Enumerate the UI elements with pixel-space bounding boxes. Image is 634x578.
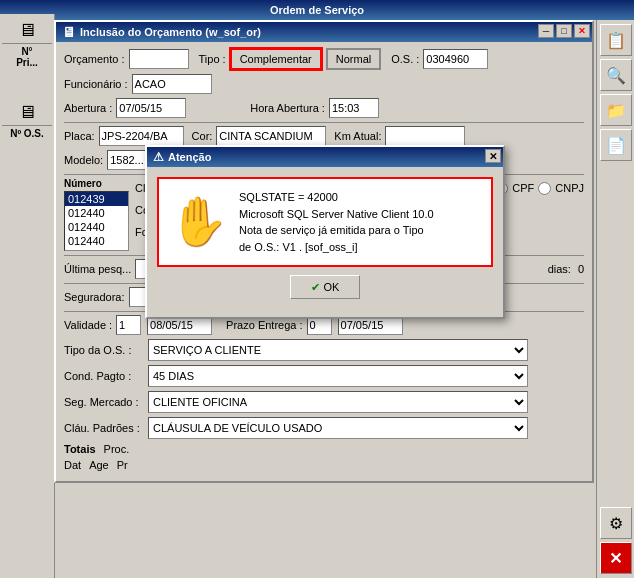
alert-line-3: Nota de serviço já emitida para o Tipo bbox=[239, 222, 434, 239]
clipboard-icon: 📋 bbox=[606, 31, 626, 50]
toolbar-btn-1[interactable]: 📋 bbox=[600, 24, 632, 56]
toolbar-btn-4[interactable]: 📄 bbox=[600, 129, 632, 161]
toolbar-btn-3[interactable]: 📁 bbox=[600, 94, 632, 126]
ok-label: OK bbox=[324, 281, 340, 293]
dias-label: dias: bbox=[548, 263, 571, 275]
minimize-button[interactable]: ─ bbox=[538, 24, 554, 38]
cpf-label: CPF bbox=[512, 182, 534, 194]
seguradora-label: Seguradora: bbox=[64, 291, 125, 303]
list-item[interactable]: 012439 bbox=[65, 192, 128, 206]
gear-icon: ⚙ bbox=[609, 514, 623, 533]
prazo-label: Prazo Entrega : bbox=[226, 319, 302, 331]
number-listbox[interactable]: 012439 012440 012440 012440 bbox=[64, 191, 129, 251]
hora-abertura-field[interactable]: 15:03 bbox=[329, 98, 379, 118]
ultima-pesq-label: Última pesq... bbox=[64, 263, 131, 275]
proc-label: Proc. bbox=[104, 443, 130, 455]
alert-line-1: SQLSTATE = 42000 bbox=[239, 189, 434, 206]
validade-label: Validade : bbox=[64, 319, 112, 331]
left-pri-label: Pri... bbox=[2, 57, 52, 68]
left-icon-1: 🖥 bbox=[2, 20, 52, 41]
clau-padroes-select[interactable]: CLÁUSULA DE VEÍCULO USADO bbox=[148, 417, 528, 439]
inner-title-bar: 🖥 Inclusão do Orçamento (w_sof_or) ─ □ ✕ bbox=[56, 22, 592, 42]
left-no-label: N° bbox=[2, 46, 52, 57]
ok-checkmark-icon: ✔ bbox=[311, 281, 320, 294]
dias-value: 0 bbox=[578, 263, 584, 275]
left-panel: 🖥 N° Pri... 🖥 Nº O.S. bbox=[0, 14, 55, 578]
numero-label: Número bbox=[64, 178, 129, 189]
seg-mercado-label: Seg. Mercado : bbox=[64, 396, 144, 408]
tipo-label: Tipo : bbox=[199, 53, 226, 65]
alert-title-bar: ⚠ Atenção ✕ bbox=[147, 147, 503, 167]
modelo-label: Modelo: bbox=[64, 154, 103, 166]
alert-message: SQLSTATE = 42000 Microsoft SQL Server Na… bbox=[239, 189, 434, 255]
right-toolbar: 📋 🔍 📁 📄 ⚙ ✕ bbox=[596, 20, 634, 578]
inner-window-title: Inclusão do Orçamento (w_sof_or) bbox=[80, 26, 261, 38]
alert-line-2: Microsoft SQL Server Native Client 10.0 bbox=[239, 206, 434, 223]
maximize-button[interactable]: □ bbox=[556, 24, 572, 38]
ok-button[interactable]: ✔ OK bbox=[290, 275, 361, 299]
tipo-os-select[interactable]: SERVIÇO A CLIENTE bbox=[148, 339, 528, 361]
cnpj-label: CNPJ bbox=[555, 182, 584, 194]
seg-mercado-select[interactable]: CLIENTE OFICINA bbox=[148, 391, 528, 413]
complementar-button[interactable]: Complementar bbox=[230, 48, 322, 70]
alert-hand-icon: ✋ bbox=[169, 194, 229, 250]
cnpj-radio[interactable] bbox=[538, 182, 551, 195]
alert-dialog: ⚠ Atenção ✕ ✋ SQLSTATE = 42000 Microsoft… bbox=[145, 145, 505, 319]
validade-field[interactable]: 1 bbox=[116, 315, 141, 335]
alert-line-4: de O.S.: V1 . [sof_oss_i] bbox=[239, 239, 434, 256]
placa-label: Placa: bbox=[64, 130, 95, 142]
cond-pagto-select[interactable]: 45 DIAS bbox=[148, 365, 528, 387]
clau-padroes-label: Cláu. Padrões : bbox=[64, 422, 144, 434]
list-item[interactable]: 012440 bbox=[65, 220, 128, 234]
pr-label: Pr bbox=[117, 459, 128, 471]
abertura-label: Abertura : bbox=[64, 102, 112, 114]
folder-icon: 📁 bbox=[606, 101, 626, 120]
left-no2-label: Nº O.S. bbox=[2, 128, 52, 139]
placa-field[interactable]: JPS-2204/BA bbox=[99, 126, 184, 146]
toolbar-btn-6[interactable]: ✕ bbox=[600, 542, 632, 574]
totais-label: Totais bbox=[64, 443, 96, 455]
tipo-os-label: Tipo da O.S. : bbox=[64, 344, 144, 356]
list-item[interactable]: 012440 bbox=[65, 206, 128, 220]
funcionario-label: Funcionário : bbox=[64, 78, 128, 90]
alert-close-button[interactable]: ✕ bbox=[485, 149, 501, 163]
left-icon-2: 🖥 bbox=[2, 102, 52, 123]
main-os-title-bar: Ordem de Serviço bbox=[0, 0, 634, 20]
cond-pagto-label: Cond. Pagto : bbox=[64, 370, 144, 382]
inner-window-icon: 🖥 bbox=[62, 24, 76, 40]
funcionario-field[interactable]: ACAO bbox=[132, 74, 212, 94]
age-label: Age bbox=[89, 459, 109, 471]
main-title: Ordem de Serviço bbox=[270, 4, 364, 16]
normal-button[interactable]: Normal bbox=[326, 48, 381, 70]
hora-abertura-label: Hora Abertura : bbox=[250, 102, 325, 114]
toolbar-btn-2[interactable]: 🔍 bbox=[600, 59, 632, 91]
delete-icon: ✕ bbox=[609, 549, 622, 568]
close-button[interactable]: ✕ bbox=[574, 24, 590, 38]
dat-label: Dat bbox=[64, 459, 81, 471]
os-field[interactable]: 0304960 bbox=[423, 49, 488, 69]
km-atual-label: Km Atual: bbox=[334, 130, 381, 142]
abertura-field[interactable]: 07/05/15 bbox=[116, 98, 186, 118]
cor-field[interactable]: CINTA SCANDIUM bbox=[216, 126, 326, 146]
search-icon: 🔍 bbox=[606, 66, 626, 85]
toolbar-btn-5[interactable]: ⚙ bbox=[600, 507, 632, 539]
orcamento-field[interactable] bbox=[129, 49, 189, 69]
list-item[interactable]: 012440 bbox=[65, 234, 128, 248]
cor-label: Cor: bbox=[192, 130, 213, 142]
document-icon: 📄 bbox=[606, 136, 626, 155]
os-label: O.S. : bbox=[391, 53, 419, 65]
km-atual-field[interactable] bbox=[385, 126, 465, 146]
orcamento-label: Orçamento : bbox=[64, 53, 125, 65]
alert-title-icon: ⚠ bbox=[153, 150, 164, 164]
alert-title-text: Atenção bbox=[168, 151, 211, 163]
